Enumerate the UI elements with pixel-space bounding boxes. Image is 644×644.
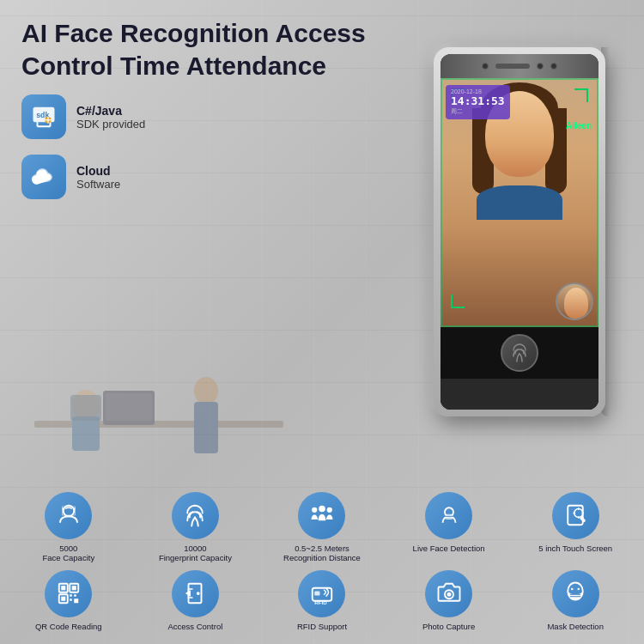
sdk-icon: sdk [31, 104, 57, 130]
sensor-dot-2 [537, 63, 544, 70]
svg-rect-34 [70, 594, 72, 597]
fingerprint-capacity-label: 10000Fingerprint Capacity [159, 544, 232, 563]
svg-point-44 [447, 592, 451, 597]
recognition-distance-icon-circle [298, 492, 345, 539]
touch-screen-icon-circle [552, 492, 599, 539]
sensor-dot-3 [550, 63, 557, 70]
qr-code-icon [56, 580, 82, 606]
office-scene-svg [17, 343, 301, 455]
scan-corner-bl [451, 295, 465, 308]
face-capacity-icon [56, 502, 82, 528]
svg-rect-31 [72, 586, 76, 590]
svg-rect-11 [106, 393, 152, 421]
svg-point-22 [327, 507, 332, 513]
live-face-icon-circle [425, 492, 472, 539]
device-inner: 2020-12-18 14:31:53 周二 Aileen [440, 54, 598, 410]
svg-point-48 [571, 588, 574, 591]
cloud-icon [31, 164, 57, 190]
sdk-feature: sdk C#/Java SDK provided [21, 94, 145, 139]
access-control-icon-circle [172, 570, 219, 617]
svg-point-39 [197, 592, 200, 595]
live-face-cell: Live Face Detection [389, 492, 509, 563]
device-screen: 2020-12-18 14:31:53 周二 Aileen [440, 78, 598, 410]
sensor-line [495, 64, 530, 69]
svg-rect-37 [74, 598, 78, 603]
sdk-text: C#/Java SDK provided [76, 104, 145, 131]
rfid-cell: RFID RFID Support [262, 570, 382, 631]
mask-detection-icon-circle [552, 570, 599, 617]
scan-corner-tr [574, 88, 588, 102]
fingerprint-capacity-icon [182, 502, 208, 528]
svg-rect-36 [70, 598, 72, 601]
svg-rect-41 [314, 592, 319, 596]
photo-capture-label: Photo Capture [422, 622, 475, 631]
main-container: AI Face Recognition Access Control Time … [0, 0, 644, 644]
svg-rect-33 [61, 597, 65, 601]
cloud-icon-box [21, 155, 66, 199]
small-thumbnail [556, 283, 593, 320]
recognition-distance-icon [309, 502, 335, 528]
face-area: 2020-12-18 14:31:53 周二 Aileen [440, 78, 598, 327]
shoulder [477, 185, 562, 220]
mask-detection-label: Mask Detection [547, 622, 603, 631]
mask-detection-icon [562, 580, 588, 606]
thumb-face [564, 288, 588, 319]
face-capacity-cell: 5000Face Capacity [9, 492, 129, 563]
fingerprint-button[interactable] [501, 334, 538, 372]
name-label: Aileen [566, 121, 592, 131]
live-face-label: Live Face Detection [413, 544, 485, 553]
rfid-icon: RFID [309, 580, 335, 606]
fingerprint-capacity-cell: 10000Fingerprint Capacity [136, 492, 256, 563]
bottom-icons-grid: 5000Face Capacity 10000Fingerprint Capac… [9, 492, 635, 631]
left-features: sdk C#/Java SDK provided [21, 94, 145, 199]
svg-point-20 [312, 507, 317, 513]
svg-rect-7 [72, 416, 100, 451]
cloud-title: Cloud [76, 164, 120, 178]
svg-point-27 [574, 509, 583, 518]
recognition-distance-cell: 0.5~2.5 MetersRecognition Distance [262, 492, 382, 563]
svg-point-8 [194, 377, 218, 404]
svg-point-49 [578, 588, 580, 591]
photo-capture-icon [436, 580, 462, 606]
recognition-distance-label: 0.5~2.5 MetersRecognition Distance [283, 544, 361, 563]
sensor-bar [440, 54, 598, 78]
cloud-text: Cloud Software [76, 164, 120, 191]
photo-capture-icon-circle [425, 570, 472, 617]
time-date: 2020-12-18 [451, 88, 505, 94]
svg-rect-9 [194, 402, 218, 453]
time-clock: 14:31:53 [451, 94, 505, 107]
face-capacity-icon-circle [45, 492, 92, 539]
time-display: 2020-12-18 14:31:53 周二 [446, 85, 510, 119]
main-title: AI Face Recognition Access Control Time … [21, 17, 382, 82]
rfid-label: RFID Support [297, 622, 347, 631]
qr-code-icon-circle [45, 570, 92, 617]
svg-rect-5 [34, 421, 283, 428]
title-line1: AI Face Recognition Access [21, 19, 366, 47]
access-control-icon [182, 580, 208, 606]
touch-screen-icon [562, 502, 588, 528]
device: 2020-12-18 14:31:53 周二 Aileen [434, 47, 605, 416]
touch-screen-cell: 5 inch Touch Screen [515, 492, 635, 563]
office-background [17, 343, 301, 455]
touch-screen-label: 5 inch Touch Screen [538, 544, 612, 553]
title-line2: Control Time Attendance [21, 52, 326, 80]
fingerprint-capacity-icon-circle [172, 492, 219, 539]
cloud-subtitle: Software [76, 178, 120, 191]
device-bottom-area [440, 327, 598, 379]
rfid-icon-circle: RFID [298, 570, 345, 617]
qr-code-label: QR Code Reading [35, 622, 102, 631]
live-face-icon [436, 502, 462, 528]
svg-point-21 [319, 506, 325, 513]
face-capacity-label: 5000Face Capacity [42, 544, 94, 563]
device-outer: 2020-12-18 14:31:53 周二 Aileen [434, 47, 605, 416]
svg-rect-12 [70, 395, 101, 421]
time-day: 周二 [451, 107, 505, 116]
fingerprint-icon [509, 343, 530, 363]
sdk-subtitle: SDK provided [76, 118, 145, 131]
access-control-cell: Access Control [136, 570, 256, 631]
sdk-icon-box: sdk [21, 94, 66, 139]
sensor-dot-1 [482, 63, 489, 70]
sdk-title: C#/Java [76, 104, 145, 118]
qr-code-cell: QR Code Reading [9, 570, 129, 631]
photo-capture-cell: Photo Capture [389, 570, 509, 631]
